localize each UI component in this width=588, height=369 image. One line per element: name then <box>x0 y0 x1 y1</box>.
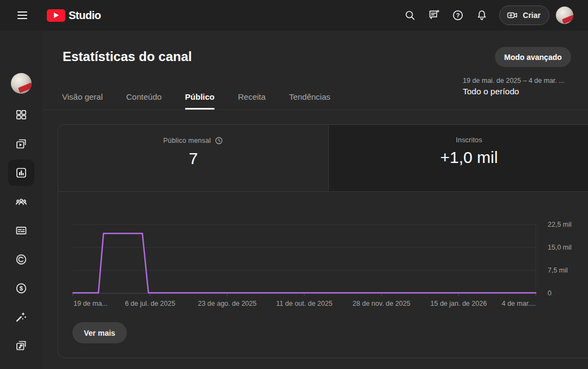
svg-text:6 de jul. de 2025: 6 de jul. de 2025 <box>125 300 175 307</box>
svg-text:28 de nov. de 2025: 28 de nov. de 2025 <box>353 300 411 307</box>
topbar-actions: ? Criar <box>399 0 588 31</box>
create-video-icon <box>506 9 518 21</box>
sidebar-item-audio-library[interactable] <box>8 332 34 359</box>
community-icon <box>15 196 28 209</box>
svg-text:15,0 mil: 15,0 mil <box>548 244 572 251</box>
metric-cards-row: Público mensal 7 Inscritos +1,0 mil <box>58 125 588 192</box>
subtitles-icon <box>15 224 28 237</box>
notifications-icon[interactable] <box>471 4 493 26</box>
topbar: Studio ? <box>0 0 588 31</box>
sidebar-item-dashboard[interactable] <box>8 102 34 128</box>
sidebar-item-content[interactable] <box>8 131 34 157</box>
tab-receita[interactable]: Receita <box>238 84 266 110</box>
sidebar-item-community[interactable] <box>8 189 34 215</box>
page-title: Estatísticas do canal <box>63 49 192 64</box>
sidebar-item-analytics[interactable] <box>8 160 34 186</box>
create-button-label: Criar <box>523 11 541 20</box>
svg-text:11 de out. de 2025: 11 de out. de 2025 <box>276 300 332 307</box>
dashboard-icon <box>15 108 28 122</box>
metric-card-value: 7 <box>189 149 198 168</box>
search-icon[interactable] <box>399 4 421 26</box>
audio-library-icon <box>15 339 28 352</box>
youtube-studio-app: Studio ? <box>0 0 588 369</box>
sidebar-item-subtitles[interactable] <box>8 217 34 244</box>
menu-icon[interactable] <box>11 4 33 26</box>
sidebar-item-monetization[interactable]: $ <box>8 275 34 301</box>
svg-text:0: 0 <box>548 289 552 297</box>
sidebar: $ <box>0 31 42 369</box>
date-range-text: 19 de mai. de 2025 – 4 de mar. ... <box>463 77 565 84</box>
svg-text:19 de ma...: 19 de ma... <box>74 300 108 307</box>
tab-visao-geral[interactable]: Visão geral <box>62 84 103 110</box>
svg-text:23 de ago. de 2025: 23 de ago. de 2025 <box>198 300 256 307</box>
analytics-tabs-strip: Visão geral Conteúdo Público Receita Ten… <box>42 84 588 110</box>
clock-icon <box>215 136 223 145</box>
tab-tendencias[interactable]: Tendências <box>289 84 330 110</box>
account-avatar[interactable] <box>556 7 573 24</box>
metric-card-label: Público mensal <box>163 137 211 144</box>
analytics-tabs: Visão geral Conteúdo Público Receita Ten… <box>42 84 588 110</box>
advanced-mode-button[interactable]: Modo avançado <box>495 47 571 67</box>
content-icon <box>15 137 28 150</box>
metric-card-label: Inscritos <box>456 136 482 144</box>
svg-text:$: $ <box>20 285 23 292</box>
feedback-icon[interactable] <box>423 4 445 26</box>
youtube-play-icon <box>47 9 65 22</box>
help-icon[interactable]: ? <box>447 4 469 26</box>
sidebar-item-customization[interactable] <box>8 304 34 330</box>
metric-card-value: +1,0 mil <box>440 148 498 167</box>
studio-logo-text: Studio <box>69 9 101 22</box>
chart-canvas: 22,5 mil15,0 mil7,5 mil019 de ma...6 de … <box>58 216 588 317</box>
svg-text:7,5 mil: 7,5 mil <box>548 267 568 274</box>
studio-logo[interactable]: Studio <box>47 9 101 22</box>
customization-icon <box>15 310 28 323</box>
copyright-icon <box>15 253 28 266</box>
create-button[interactable]: Criar <box>499 5 549 25</box>
analytics-icon <box>15 166 28 179</box>
analytics-panel: Público mensal 7 Inscritos +1,0 mil 22,5… <box>58 124 588 358</box>
tab-conteudo[interactable]: Conteúdo <box>126 84 162 110</box>
svg-text:4 de mar....: 4 de mar.... <box>501 300 536 307</box>
audience-line-chart: 22,5 mil15,0 mil7,5 mil019 de ma...6 de … <box>58 216 588 317</box>
tab-publico[interactable]: Público <box>185 84 215 110</box>
channel-avatar[interactable] <box>11 73 32 94</box>
svg-text:15 de jan. de 2026: 15 de jan. de 2026 <box>431 300 487 307</box>
see-more-button[interactable]: Ver mais <box>72 322 127 343</box>
svg-text:?: ? <box>456 12 460 19</box>
svg-text:22,5 mil: 22,5 mil <box>548 221 572 228</box>
metric-card-inscritos[interactable]: Inscritos +1,0 mil <box>329 125 588 191</box>
metric-card-publico-mensal[interactable]: Público mensal 7 <box>58 125 329 191</box>
sidebar-item-copyright[interactable] <box>8 246 34 273</box>
monetization-icon: $ <box>15 282 28 295</box>
